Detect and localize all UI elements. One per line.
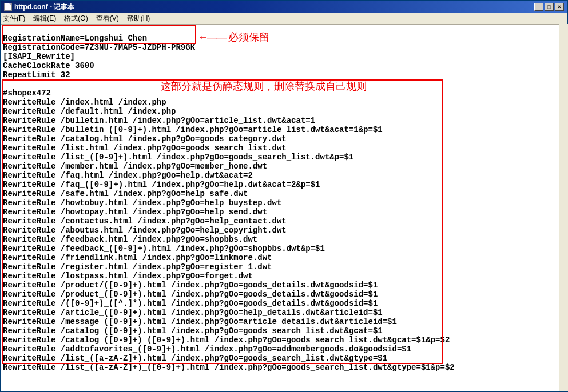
text-line: RewriteRule /catalog_([0-9]+)_([0-9]+).h… <box>3 335 450 345</box>
text-line: RewriteRule /default.html /index.php <box>3 107 176 116</box>
text-line: CacheClockRate 3600 <box>3 61 94 70</box>
arrow-left-icon: ←—— <box>198 31 225 43</box>
text-line: RewriteRule /message_([0-9]+).html /inde… <box>3 317 397 326</box>
text-line: RewriteRule /safe.html /index.php?gOo=he… <box>3 189 248 198</box>
text-line: RewriteRule /howtobuy.html /index.php?gO… <box>3 198 281 207</box>
menubar: 文件(F) 编辑(E) 格式(O) 查看(V) 帮助(H) <box>1 13 567 25</box>
menu-file[interactable]: 文件(F) <box>3 14 25 23</box>
text-line: RewriteRule /feedback.html /index.php?gO… <box>3 235 257 244</box>
text-line: RewriteRule /([0-9]+)_([^.]*).html /inde… <box>3 299 378 308</box>
text-line: RewriteRule /member.html /index.php?gOo=… <box>3 162 267 171</box>
text-line: RegistrationCode=7Z3NU-7MAP5-JZDPH-PR9GK <box>3 43 195 52</box>
text-line: RewriteRule /contactus.html /index.php?g… <box>3 217 287 226</box>
document-icon <box>4 3 12 11</box>
text-line: RepeatLimit 32 <box>3 70 70 79</box>
annotation-keep-label: ←—— 必须保留 <box>198 33 269 42</box>
text-line: RewriteRule /register.html /index.php?gO… <box>3 262 272 271</box>
maximize-button[interactable]: □ <box>545 3 554 11</box>
text-line: RewriteRule /bulletin.html /index.php?gO… <box>3 116 315 125</box>
text-line: RewriteRule /product/([0-9]+).html /inde… <box>3 281 378 290</box>
close-button[interactable]: × <box>555 3 564 11</box>
menu-view[interactable]: 查看(V) <box>96 14 119 23</box>
text-line: RewriteRule /index.html /index.php <box>3 98 166 107</box>
text-line: #shopex472 <box>3 89 51 98</box>
notepad-window: httpd.conf - 记事本 _ □ × 文件(F) 编辑(E) 格式(O)… <box>0 0 568 392</box>
text-line: RewriteRule /article_([0-9]+).html /inde… <box>3 308 383 317</box>
text-line: [ISAPI_Rewrite] <box>3 52 75 61</box>
text-line: RewriteRule /feedback_([0-9]+).html /ind… <box>3 244 325 253</box>
vertical-scrollbar[interactable] <box>559 24 568 391</box>
window-controls: _ □ × <box>534 3 564 11</box>
annotation-rules-label: 这部分就是伪静态规则，删除替换成自己规则 <box>161 82 367 91</box>
text-line: RegistrationName=Longshui Chen <box>3 34 147 43</box>
text-line: RewriteRule /bulletin_([0-9]+).html /ind… <box>3 125 383 134</box>
text-line: RewriteRule /faq.html /index.php?gOo=hel… <box>3 171 253 180</box>
text-line: RewriteRule /catalog_([0-9]+).html /inde… <box>3 326 383 335</box>
text-line: RewriteRule /product_([0-9]+).html /inde… <box>3 290 378 299</box>
text-line: RewriteRule /list_([0-9]+).html /index.p… <box>3 153 353 162</box>
text-line: RewriteRule /faq_([0-9]+).html /index.ph… <box>3 180 320 189</box>
text-line: RewriteRule /list.html /index.php?gOo=go… <box>3 143 287 153</box>
text-line: RewriteRule /addtofavorites_([0-9]+).htm… <box>3 345 411 354</box>
text-content[interactable]: RegistrationName=Longshui Chen Registrat… <box>1 25 567 391</box>
text-line: RewriteRule /list_([a-zA-Z]+).html /inde… <box>3 354 387 363</box>
window-title: httpd.conf - 记事本 <box>14 2 534 12</box>
text-line: RewriteRule /lostpass.html /index.php?gO… <box>3 271 253 281</box>
titlebar[interactable]: httpd.conf - 记事本 _ □ × <box>1 1 567 13</box>
minimize-button[interactable]: _ <box>534 3 543 11</box>
menu-format[interactable]: 格式(O) <box>64 14 88 23</box>
menu-help[interactable]: 帮助(H) <box>127 14 150 23</box>
text-line: RewriteRule /aboutus.html /index.php?gOo… <box>3 226 287 235</box>
text-line: RewriteRule /howtopay.html /index.php?gO… <box>3 207 267 217</box>
text-line: RewriteRule /friendlink.html /index.php?… <box>3 253 272 262</box>
text-line: RewriteRule /list_([a-zA-Z]+)_([0-9]+).h… <box>3 363 455 372</box>
menu-edit[interactable]: 编辑(E) <box>33 14 56 23</box>
text-line: RewriteRule /catalog.html /index.php?gOo… <box>3 134 287 143</box>
